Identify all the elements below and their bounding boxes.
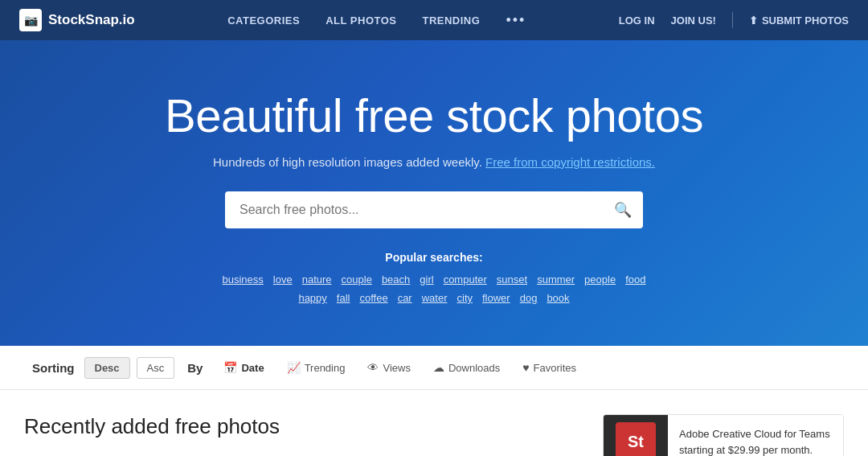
sort-by-views[interactable]: 👁 Views — [359, 357, 418, 378]
upload-icon: ⬆ — [749, 14, 758, 27]
main-content: Recently added free photos St Adobe Crea… — [0, 390, 868, 456]
nav-trending[interactable]: TRENDING — [422, 14, 480, 27]
navbar: 📷 StockSnap.io CATEGORIES ALL PHOTOS TRE… — [0, 0, 868, 40]
downloads-icon: ☁ — [433, 361, 444, 374]
photos-section: Recently added free photos — [24, 414, 583, 456]
section-title: Recently added free photos — [24, 414, 583, 439]
popular-tag-love[interactable]: love — [268, 272, 297, 287]
ad-content: St Adobe Creative Cloud for Teams starti… — [604, 415, 843, 456]
login-button[interactable]: LOG IN — [619, 14, 655, 27]
search-icon: 🔍 — [614, 201, 632, 219]
join-button[interactable]: JOIN US! — [671, 14, 716, 27]
copyright-link[interactable]: Free from copyright restrictions. — [485, 155, 655, 169]
popular-tag-couple[interactable]: couple — [337, 272, 377, 287]
navbar-left: 📷 StockSnap.io — [19, 9, 135, 31]
navbar-divider — [732, 12, 733, 28]
popular-tag-girl[interactable]: girl — [415, 272, 438, 287]
popular-tag-business[interactable]: business — [218, 272, 268, 287]
popular-tag-city[interactable]: city — [452, 290, 478, 306]
adobe-stock-logo: St — [616, 422, 656, 457]
popular-tag-coffee[interactable]: coffee — [354, 290, 392, 306]
navbar-right: LOG IN JOIN US! ⬆ SUBMIT PHOTOS — [619, 12, 849, 28]
search-container: 🔍 — [225, 191, 643, 228]
popular-tag-nature[interactable]: nature — [297, 272, 337, 287]
calendar-icon: 📅 — [223, 361, 237, 374]
views-icon: 👁 — [367, 361, 379, 374]
search-button[interactable]: 🔍 — [603, 191, 643, 228]
popular-tags: businesslovenaturecouplebeachgirlcompute… — [209, 272, 659, 306]
by-label: By — [187, 361, 203, 375]
sort-asc-button[interactable]: Asc — [137, 357, 175, 379]
hero-section: Beautiful free stock photos Hundreds of … — [0, 40, 868, 346]
popular-tag-food[interactable]: food — [620, 272, 650, 287]
nav-all-photos[interactable]: ALL PHOTOS — [326, 14, 396, 27]
popular-tag-people[interactable]: people — [579, 272, 620, 287]
popular-tag-dog[interactable]: dog — [515, 290, 542, 306]
popular-label: Popular searches: — [385, 251, 482, 264]
popular-tag-book[interactable]: book — [542, 290, 574, 306]
popular-tag-fall[interactable]: fall — [332, 290, 355, 306]
adobe-stock-logo-text: St — [628, 433, 644, 451]
ad-logo-container: St — [604, 415, 668, 456]
trending-icon: 📈 — [287, 361, 301, 374]
sort-by-downloads[interactable]: ☁ Downloads — [425, 357, 508, 378]
hero-title: Beautiful free stock photos — [165, 88, 703, 142]
search-input[interactable] — [225, 191, 643, 228]
nav-categories[interactable]: CATEGORIES — [227, 14, 300, 27]
logo-icon: 📷 — [19, 9, 42, 31]
sort-desc-button[interactable]: Desc — [84, 357, 130, 379]
hero-subtitle: Hundreds of high resolution images added… — [213, 155, 655, 169]
sort-by-trending[interactable]: 📈 Trending — [279, 357, 354, 378]
sort-by-date[interactable]: 📅 Date — [215, 357, 272, 378]
ad-box: St Adobe Creative Cloud for Teams starti… — [603, 414, 844, 456]
sorting-label: Sorting — [32, 361, 75, 375]
popular-tag-flower[interactable]: flower — [477, 290, 515, 306]
ad-headline: Adobe Creative Cloud for Teams starting … — [679, 426, 832, 456]
popular-tag-happy[interactable]: happy — [293, 290, 331, 306]
navbar-center: CATEGORIES ALL PHOTOS TRENDING ••• — [227, 12, 526, 29]
popular-tag-car[interactable]: car — [393, 290, 417, 306]
popular-tag-summer[interactable]: summer — [532, 272, 579, 287]
sort-by-favorites[interactable]: ♥ Favorites — [514, 357, 584, 378]
ad-text: Adobe Creative Cloud for Teams starting … — [668, 415, 843, 456]
logo-text[interactable]: StockSnap.io — [48, 12, 135, 28]
sorting-bar: Sorting Desc Asc By 📅 Date 📈 Trending 👁 … — [0, 346, 868, 390]
favorites-icon: ♥ — [522, 361, 529, 374]
popular-tag-sunset[interactable]: sunset — [492, 272, 532, 287]
popular-tag-computer[interactable]: computer — [439, 272, 492, 287]
popular-tag-water[interactable]: water — [417, 290, 452, 306]
ad-sidebar: St Adobe Creative Cloud for Teams starti… — [603, 414, 844, 456]
popular-tag-beach[interactable]: beach — [377, 272, 415, 287]
nav-more-button[interactable]: ••• — [506, 12, 526, 29]
submit-photos-button[interactable]: ⬆ SUBMIT PHOTOS — [749, 14, 849, 27]
